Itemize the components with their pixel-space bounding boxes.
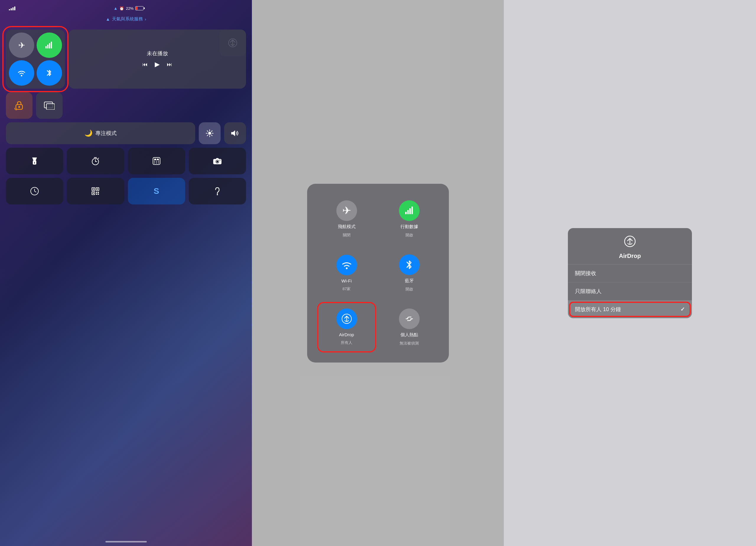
svg-rect-27 [154, 161, 155, 162]
exp-hotspot-cell[interactable]: 個人熱點 無法被偵測 [378, 300, 441, 354]
svg-rect-29 [158, 161, 159, 162]
cellular-signal [9, 6, 15, 10]
svg-point-48 [217, 194, 218, 195]
location-services-label: 天氣與系統服務 [112, 16, 143, 22]
focus-row: 🌙 專注模式 [6, 122, 246, 144]
clock-button[interactable] [6, 178, 63, 204]
svg-line-17 [211, 131, 212, 132]
exp-bluetooth-cell[interactable]: 藍牙 開啟 [378, 246, 441, 300]
now-playing-widget: 未在播放 ⏮ ▶ ⏭ [69, 30, 246, 89]
flashlight-button[interactable] [6, 148, 63, 174]
clock-icon [30, 187, 39, 195]
exp-wifi-cell[interactable]: Wi-Fi 87家 [315, 246, 378, 300]
svg-point-10 [208, 132, 211, 135]
airdrop-menu-panel: AirDrop 關閉接收 只限聯絡人 開放所有人 10 分鐘 ✓ [568, 228, 692, 318]
wifi-button[interactable] [9, 60, 34, 86]
calculator-button[interactable] [128, 148, 185, 174]
exp-cellular-label: 行動數據 [400, 224, 418, 229]
bottom-grid-row1 [6, 148, 246, 174]
wifi-icon [17, 69, 26, 77]
airdrop-option-contacts[interactable]: 只限聯絡人 [568, 283, 692, 301]
battery-icon [135, 6, 145, 10]
camera-button[interactable] [189, 148, 246, 174]
airdrop-option-everyone-wrapper: 開放所有人 10 分鐘 ✓ [568, 301, 692, 318]
airdrop-option-off[interactable]: 關閉接收 [568, 264, 692, 283]
svg-rect-4 [51, 42, 52, 48]
svg-rect-45 [98, 192, 99, 193]
next-button[interactable]: ⏭ [167, 61, 172, 68]
svg-rect-41 [97, 188, 98, 190]
exp-wifi-label: Wi-Fi [341, 278, 352, 284]
qr-scanner-button[interactable] [67, 178, 124, 204]
volume-button[interactable] [224, 122, 246, 144]
svg-rect-44 [96, 192, 97, 193]
airplane-mode-button[interactable]: ✈ [9, 32, 34, 58]
cellular-button[interactable] [37, 32, 62, 58]
svg-rect-2 [47, 45, 48, 48]
control-center-grid: ✈ [6, 30, 246, 208]
hearing-button[interactable] [189, 178, 246, 204]
mirroring-row [6, 92, 246, 119]
camera-icon [213, 157, 222, 164]
expanded-connectivity-panel: ✈ 飛航模式 關閉 行動數據 開啟 [307, 184, 449, 363]
airdrop-menu-header: AirDrop [568, 228, 692, 264]
airdrop-off-label: 關閉接收 [575, 270, 596, 277]
timer-icon [91, 156, 100, 165]
airplane-icon: ✈ [18, 40, 25, 50]
exp-wifi-icon [336, 255, 357, 276]
exp-hotspot-sublabel: 無法被偵測 [400, 341, 419, 346]
bluetooth-button[interactable] [37, 60, 62, 86]
svg-line-23 [98, 158, 99, 159]
shazam-icon: S [154, 186, 159, 196]
status-bar: ▲ ⏰ 22% [9, 6, 243, 11]
svg-rect-49 [405, 212, 407, 214]
prev-button[interactable]: ⏮ [142, 61, 148, 68]
exp-airplane-label: 飛航模式 [338, 224, 356, 229]
connectivity-group: ✈ [6, 30, 65, 89]
svg-rect-46 [96, 193, 97, 195]
cellular-icon [45, 41, 54, 50]
airdrop-everyone-label: 開放所有人 10 分鐘 [575, 306, 621, 313]
exp-cellular-sublabel: 開啟 [405, 232, 413, 238]
brightness-button[interactable] [199, 122, 221, 144]
chevron-icon: › [145, 17, 146, 22]
hearing-icon [214, 187, 221, 195]
exp-airplane-cell[interactable]: ✈ 飛航模式 關閉 [315, 192, 378, 246]
svg-rect-26 [157, 159, 159, 160]
focus-mode-label: 專注模式 [95, 130, 117, 137]
svg-point-7 [18, 106, 20, 108]
svg-rect-31 [156, 162, 157, 163]
exp-airdrop-wrapper: AirDrop 所有人 [315, 300, 378, 354]
screen-mirror-button[interactable] [36, 92, 63, 119]
screen-lock-button[interactable] [6, 92, 32, 119]
svg-rect-47 [98, 193, 99, 195]
svg-rect-3 [49, 43, 50, 48]
exp-bluetooth-icon [399, 254, 420, 275]
airdrop-option-everyone[interactable]: 開放所有人 10 分鐘 ✓ [568, 301, 692, 318]
location-arrow-icon: ▲ [106, 17, 110, 22]
bluetooth-icon [46, 68, 53, 78]
svg-line-18 [207, 135, 208, 136]
exp-airplane-icon: ✈ [336, 200, 357, 221]
status-center: ▲ ⏰ 22% [114, 6, 145, 11]
play-button[interactable]: ▶ [155, 61, 160, 68]
panel-iphone-control-center: ▲ ⏰ 22% ▲ 天氣與系統服務 › [0, 0, 252, 546]
exp-hotspot-label: 個人熱點 [400, 332, 418, 338]
moon-icon: 🌙 [84, 129, 92, 137]
shazam-button[interactable]: S [128, 178, 185, 204]
svg-rect-28 [156, 161, 157, 162]
airdrop-contacts-label: 只限聯絡人 [575, 288, 602, 295]
alarm-icon: ⏰ [119, 6, 124, 11]
timer-button[interactable] [67, 148, 124, 174]
svg-rect-43 [93, 193, 94, 194]
now-playing-title: 未在播放 [147, 50, 168, 57]
svg-rect-1 [45, 46, 47, 48]
signal-area [9, 6, 15, 10]
svg-point-53 [346, 267, 348, 269]
exp-cellular-cell[interactable]: 行動數據 開啟 [378, 192, 441, 246]
svg-rect-51 [409, 208, 411, 214]
location-services-bar: ▲ 天氣與系統服務 › [0, 16, 252, 22]
exp-airdrop-cell[interactable]: AirDrop 所有人 [315, 300, 378, 354]
panel-airdrop-menu: AirDrop 關閉接收 只限聯絡人 開放所有人 10 分鐘 ✓ [504, 0, 756, 546]
focus-mode-button[interactable]: 🌙 專注模式 [6, 122, 195, 144]
